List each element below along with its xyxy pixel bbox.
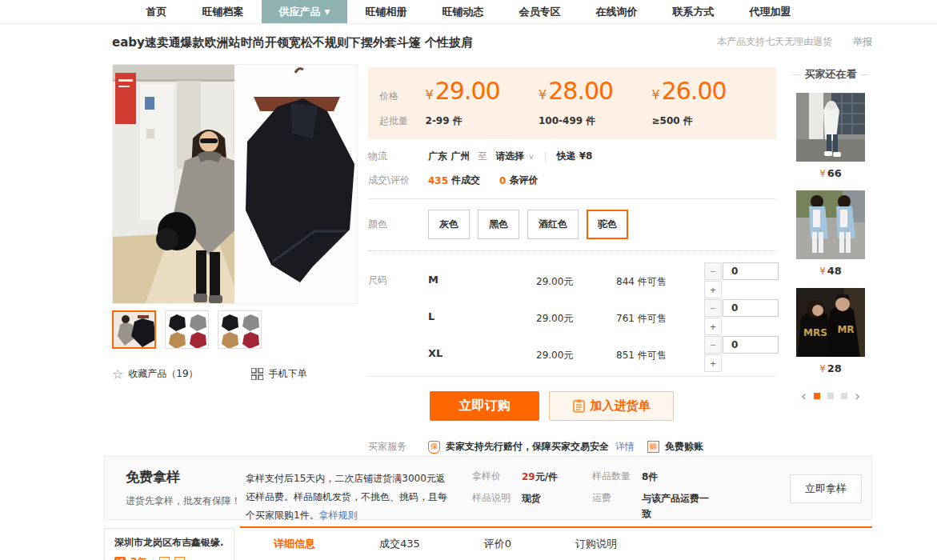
seller-name[interactable]: 深圳市龙岗区布吉鑫银缘... [114, 536, 224, 550]
caret-down-icon: ▼ [325, 8, 330, 16]
nav-products-label: 供应产品 [279, 5, 321, 19]
thumbnail-1[interactable] [112, 310, 156, 349]
get-sample-button[interactable]: 立即拿样 [790, 474, 862, 503]
nav-inquiry[interactable]: 在线询价 [578, 0, 655, 23]
title-row: eaby速卖通爆款欧洲站时尚开领宽松不规则下摆外套斗篷 个性披肩 本产品支持七天… [112, 35, 872, 50]
order-now-button[interactable]: 立即订购 [430, 391, 539, 421]
qty-stepper-l: − + [704, 299, 780, 336]
thumbnail-3-image [218, 311, 262, 349]
deals-count[interactable]: 435 [428, 175, 448, 186]
nav-home[interactable]: 首页 [129, 0, 185, 23]
divider [368, 198, 776, 199]
minus-button[interactable]: − [704, 336, 722, 354]
size-name: L [428, 299, 536, 322]
nav-agent[interactable]: 代理加盟 [731, 0, 808, 23]
tab-order-notes[interactable]: 订购说明 [575, 537, 617, 551]
recommend-product-2-image [796, 190, 865, 259]
size-label: 尺码 [368, 262, 428, 373]
stats-row: 成交\评价 435 件成交 0 条评价 [368, 174, 776, 187]
pager-prev-icon[interactable]: ‹ [801, 389, 807, 403]
thumbnail-2[interactable] [165, 310, 209, 349]
nav-contact[interactable]: 联系方式 [655, 0, 731, 23]
express-fee: 快递 ¥8 [557, 150, 593, 163]
plus-button[interactable]: + [704, 281, 722, 298]
report-link[interactable]: 举报 [853, 36, 872, 47]
top-nav: 首页 旺铺档案 供应产品 ▼ 旺铺相册 旺铺动态 会员专区 在线询价 联系方式 … [0, 0, 937, 24]
mrs-print-text: MRS [803, 327, 827, 338]
divider [368, 376, 776, 377]
tab-detail-info[interactable]: 详细信息 [274, 537, 315, 551]
plus-button[interactable]: + [704, 354, 722, 372]
color-option-black[interactable]: 黑色 [478, 210, 519, 239]
sample-ship-label: 运费 [592, 491, 642, 522]
nav-member-zone[interactable]: 会员专区 [501, 0, 578, 23]
color-option-winered[interactable]: 酒红色 [527, 210, 579, 239]
plus-button[interactable]: + [704, 318, 722, 335]
add-to-cart-label: 加入进货单 [591, 398, 651, 414]
thumbnail-3[interactable] [218, 310, 262, 349]
recommend-product-1[interactable]: ¥66 [788, 93, 873, 179]
minus-button[interactable]: − [704, 262, 722, 280]
shop-icon[interactable] [174, 557, 185, 560]
pager-dot-1[interactable] [814, 393, 820, 399]
seller-meta: 诚 2年 | [114, 555, 224, 560]
nav-products[interactable]: 供应产品 ▼ [262, 0, 348, 23]
sample-rule-link[interactable]: 拿样规则 [319, 510, 358, 521]
nav-shop-album[interactable]: 旺铺相册 [347, 0, 424, 23]
color-row: 颜色 灰色 黑色 酒红色 驼色 [368, 210, 776, 239]
guarantee-shield-icon: 保 [428, 441, 440, 454]
logistics-origin: 广东 广州 [428, 150, 470, 163]
pager-dot-3[interactable] [841, 393, 847, 399]
recommend-product-3[interactable]: MRS MR ¥28 [788, 288, 873, 374]
tab-reviews[interactable]: 评价0 [484, 537, 511, 551]
recommend-product-1-image [796, 93, 865, 162]
color-option-camel[interactable]: 驼色 [587, 210, 628, 239]
sample-price-value: 29 [522, 471, 535, 482]
nav-shop-news[interactable]: 旺铺动态 [424, 0, 501, 23]
review-count[interactable]: 0 [499, 175, 506, 186]
wangwang-icon[interactable] [159, 557, 170, 560]
tier-2-price: 28.00 [548, 77, 613, 105]
size-name: XL [428, 336, 536, 359]
return-policy-text: 本产品支持七天无理由退货 [717, 36, 832, 47]
free-sample-section: 免费拿样 进货先拿样，批发有保障！ 拿样支付后15天内，二次店铺进货满3000元… [104, 456, 872, 520]
yen-symbol: ¥ [819, 266, 826, 277]
min-qty-label: 起批量 [379, 114, 426, 128]
star-icon: ☆ [112, 366, 123, 382]
destination-select[interactable]: 请选择 [495, 150, 524, 163]
nav-shop-profile[interactable]: 旺铺档案 [185, 0, 262, 23]
favorite-button[interactable]: 收藏产品（19） [128, 367, 198, 381]
qty-stepper-xl: − + [704, 336, 780, 373]
size-stock: 761 件可售 [616, 299, 704, 326]
minus-button[interactable]: − [704, 299, 722, 317]
sample-price-unit: 元/件 [535, 471, 558, 482]
main-product-image[interactable] [112, 64, 358, 304]
pager-dot-2[interactable] [827, 393, 834, 399]
recommend-product-2[interactable]: ¥48 [788, 190, 873, 277]
mobile-order-button[interactable]: 手机下单 [251, 367, 307, 381]
mobile-order-label: 手机下单 [269, 367, 307, 381]
thumbnail-1-image [114, 312, 156, 349]
color-options: 灰色 黑色 酒红色 驼色 [428, 210, 628, 239]
qty-input-l[interactable] [723, 299, 779, 317]
logistics-row: 物流 广东 广州 至 请选择 ∨ | 快递 ¥8 [368, 150, 776, 163]
yen-symbol: ¥ [539, 87, 547, 102]
pager-next-icon[interactable]: › [855, 389, 860, 403]
product-detail: 价格 ¥29.00 ¥28.00 ¥26.00 起批量 2-99 件 100-4… [368, 67, 776, 476]
review-suffix: 条评价 [509, 174, 538, 187]
add-to-cart-button[interactable]: 加入进货单 [549, 391, 674, 421]
qty-input-m[interactable] [723, 262, 779, 280]
color-option-grey[interactable]: 灰色 [428, 210, 470, 239]
recommend-product-3-price: 28 [827, 362, 842, 374]
qty-input-xl[interactable] [723, 336, 779, 354]
buyer-services-row: 买家服务 保 卖家支持先行赔付，保障买家交易安全 详情 赊 免费赊账 [368, 440, 776, 454]
guarantee-detail-link[interactable]: 详情 [615, 440, 635, 454]
credit-text: 免费赊账 [665, 440, 703, 454]
yen-symbol: ¥ [819, 168, 826, 179]
tier-1-qty: 2-99 件 [426, 114, 539, 128]
tab-deals[interactable]: 成交435 [379, 537, 420, 551]
chevron-down-icon[interactable]: ∨ [528, 152, 534, 161]
sample-subtitle: 进货先拿样，批发有保障！ [126, 494, 246, 508]
seller-card[interactable]: 深圳市龙岗区布吉鑫银缘... 诚 2年 | [104, 528, 234, 560]
yen-symbol: ¥ [652, 87, 660, 102]
